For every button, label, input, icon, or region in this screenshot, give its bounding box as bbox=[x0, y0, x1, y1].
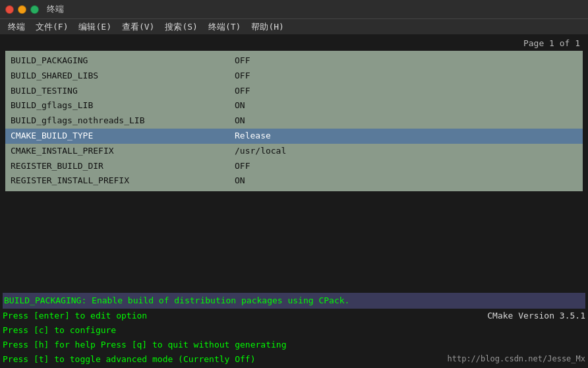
status-description: BUILD_PACKAGING: Enable build of distrib… bbox=[3, 293, 585, 309]
page-info: Page 1 of 1 bbox=[0, 37, 588, 49]
terminal-area: Page 1 of 1 BUILD_PACKAGINGOFFBUILD_SHAR… bbox=[0, 34, 588, 368]
status-row-2: Press [c] to configure bbox=[3, 323, 585, 338]
option-name: CMAKE_INSTALL_PREFIX bbox=[11, 144, 235, 158]
toggle-hint: Press [t] to toggle advanced mode (Curre… bbox=[3, 352, 256, 367]
option-value: OFF bbox=[235, 69, 250, 83]
option-row[interactable]: BUILD_PACKAGINGOFF bbox=[5, 53, 583, 69]
minimize-button[interactable] bbox=[18, 5, 26, 14]
option-value: OFF bbox=[235, 160, 250, 173]
option-name: REGISTER_INSTALL_PREFIX bbox=[11, 174, 235, 188]
status-row-1: Press [enter] to edit option CMake Versi… bbox=[3, 309, 585, 323]
option-name: BUILD_TESTING bbox=[11, 84, 235, 98]
close-button[interactable] bbox=[5, 5, 14, 14]
option-value: /usr/local bbox=[235, 144, 286, 158]
option-value: OFF bbox=[235, 84, 250, 98]
options-table: BUILD_PACKAGINGOFFBUILD_SHARED_LIBSOFFBU… bbox=[5, 51, 583, 191]
menu-view[interactable]: 查看(V) bbox=[117, 20, 160, 34]
watermark: http://blog.csdn.net/Jesse_Mx bbox=[447, 352, 585, 367]
menu-bar: 终端 文件(F) 编辑(E) 查看(V) 搜索(S) 终端(T) 帮助(H) bbox=[0, 18, 588, 34]
option-value: Release bbox=[235, 129, 271, 143]
option-name: REGISTER_BUILD_DIR bbox=[11, 160, 235, 173]
option-value: OFF bbox=[235, 54, 250, 68]
option-value: ON bbox=[235, 114, 245, 128]
option-row[interactable]: BUILD_gflags_nothreads_LIBON bbox=[5, 113, 583, 129]
menu-terminal2[interactable]: 终端(T) bbox=[203, 20, 246, 34]
option-row[interactable]: CMAKE_INSTALL_PREFIX/usr/local bbox=[5, 144, 583, 159]
option-row[interactable]: REGISTER_INSTALL_PREFIXON bbox=[5, 173, 583, 189]
menu-help[interactable]: 帮助(H) bbox=[246, 20, 289, 34]
status-row-4: Press [t] to toggle advanced mode (Curre… bbox=[3, 352, 585, 367]
menu-search[interactable]: 搜索(S) bbox=[160, 20, 202, 34]
option-name: BUILD_gflags_nothreads_LIB bbox=[11, 114, 235, 128]
option-row[interactable]: CMAKE_BUILD_TYPERelease bbox=[5, 129, 583, 144]
option-name: BUILD_SHARED_LIBS bbox=[11, 69, 235, 83]
option-row[interactable]: BUILD_SHARED_LIBSOFF bbox=[5, 69, 583, 84]
option-name: BUILD_gflags_LIB bbox=[11, 99, 235, 113]
option-row[interactable]: BUILD_TESTINGOFF bbox=[5, 84, 583, 99]
status-area: BUILD_PACKAGING: Enable build of distrib… bbox=[0, 291, 588, 368]
title-bar: 终端 bbox=[0, 0, 588, 18]
press-enter-hint: Press [enter] to edit option bbox=[3, 309, 147, 323]
maximize-button[interactable] bbox=[30, 5, 39, 14]
option-name: BUILD_PACKAGING bbox=[11, 54, 235, 68]
menu-edit[interactable]: 编辑(E) bbox=[73, 20, 116, 34]
option-row[interactable]: REGISTER_BUILD_DIROFF bbox=[5, 159, 583, 174]
option-row[interactable]: BUILD_gflags_LIBON bbox=[5, 98, 583, 113]
menu-file[interactable]: 文件(F) bbox=[30, 20, 73, 34]
option-value: ON bbox=[235, 174, 245, 188]
cmake-content: Page 1 of 1 BUILD_PACKAGINGOFFBUILD_SHAR… bbox=[0, 34, 588, 291]
cmake-version: CMake Version 3.5.1 bbox=[487, 309, 585, 323]
option-value: ON bbox=[235, 99, 245, 113]
status-row-3: Press [h] for help Press [q] to quit wit… bbox=[3, 338, 585, 352]
menu-terminal[interactable]: 终端 bbox=[3, 20, 30, 34]
option-name: CMAKE_BUILD_TYPE bbox=[11, 129, 235, 143]
window-title: 终端 bbox=[47, 3, 64, 15]
